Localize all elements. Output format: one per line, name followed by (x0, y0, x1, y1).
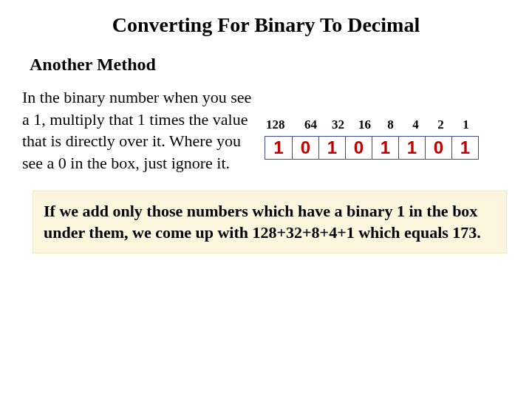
binary-digit-row: 1 0 1 0 1 1 0 1 (265, 136, 479, 160)
binary-digit: 1 (319, 137, 346, 159)
place-value-label: 128 (265, 117, 297, 136)
binary-digit: 1 (452, 137, 478, 159)
place-value-label: 32 (324, 117, 352, 136)
explanation-paragraph: In the binary number when you see a 1, m… (22, 82, 259, 174)
place-value-row: 128 64 32 16 8 4 2 1 (265, 117, 479, 136)
summary-box: If we add only those numbers which have … (33, 191, 507, 253)
page-title: Converting For Binary To Decimal (0, 0, 532, 44)
place-value-label: 16 (352, 117, 378, 136)
binary-digit: 0 (346, 137, 372, 159)
section-subtitle: Another Method (0, 44, 532, 82)
binary-digit: 1 (372, 137, 399, 159)
binary-digit: 0 (426, 137, 452, 159)
binary-digit: 0 (293, 137, 319, 159)
place-value-label: 64 (297, 117, 324, 136)
place-value-label: 2 (428, 117, 454, 136)
place-value-label: 1 (454, 117, 478, 136)
place-value-label: 4 (403, 117, 428, 136)
binary-diagram: 128 64 32 16 8 4 2 1 1 0 1 0 1 1 0 1 (259, 82, 479, 160)
place-value-label: 8 (378, 117, 403, 136)
binary-digit: 1 (265, 137, 293, 159)
content-row: In the binary number when you see a 1, m… (0, 82, 532, 174)
binary-digit: 1 (399, 137, 426, 159)
